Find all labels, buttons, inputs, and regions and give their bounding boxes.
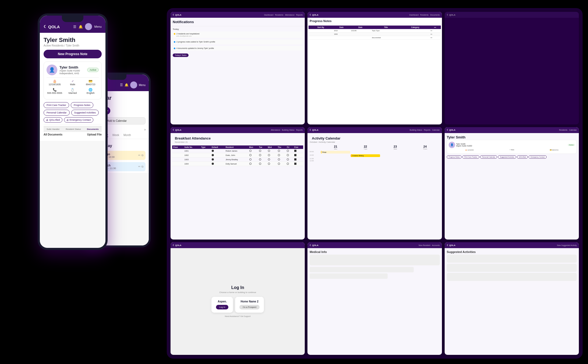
circle-0-tue	[259, 150, 261, 152]
header-icons: ☰ 🔔 Menu	[73, 23, 102, 30]
cal-hamburger-icon[interactable]: ☰	[120, 83, 123, 87]
filled-0	[212, 150, 214, 152]
new-progress-note-button[interactable]: New Progress Note	[44, 50, 102, 58]
status-badge: Active	[87, 68, 99, 72]
attendance-table: Floor Suite No. Type Default Resident Mo…	[172, 145, 303, 166]
tyler-sm-btn-3[interactable]: Suggested Activities	[498, 155, 516, 159]
today-tasks-button[interactable]: Today's Tasks	[173, 53, 189, 57]
phone-screen: ☾ QOLA ☰ 🔔 Menu Tyler Smith Active Resid…	[40, 16, 105, 248]
attend-cell-fri-2	[286, 157, 293, 162]
actcal-writing-event[interactable]: Creative Writing	[351, 154, 380, 157]
actcal-day-col-2: 23 Wed	[381, 145, 410, 150]
ph2-logo: ☾ QOLA	[310, 244, 318, 247]
cal-menu-label[interactable]: Menu	[139, 84, 146, 87]
bell-icon[interactable]: 🔔	[79, 25, 83, 29]
tyler-sm-row: 👤 Tyler Smith Aspen Suite #1000 Active	[449, 142, 575, 148]
prog-col-date1: Date	[333, 26, 350, 29]
resident-name: Tyler Smith	[44, 37, 102, 44]
tyler-sm-info: Tyler Smith Aspen Suite #1000	[456, 143, 472, 147]
prog-cell-1-3	[371, 33, 401, 36]
actcal-header: Activity Calendar October / Activity Cal…	[307, 133, 442, 145]
login-btn-0[interactable]: Log In	[216, 305, 228, 309]
phone-val: 555-555-5555	[47, 92, 63, 94]
prog-cell-2-5: •••	[429, 36, 441, 40]
notif-dot-blue-2	[174, 48, 175, 49]
upload-file-link[interactable]: Upload File	[87, 133, 102, 136]
prog-logo: ☾ QOLA	[310, 14, 318, 16]
tab-week[interactable]: Week	[112, 134, 119, 137]
login-btn-1[interactable]: I'm a Prospect	[239, 305, 260, 309]
notif-subtext-0: john.doe@gmail.com	[176, 35, 199, 37]
actcal-col-1-1100	[351, 158, 380, 159]
attend-col-free: Free	[293, 145, 303, 149]
action-buttons-row1: Print Care Tracker Progress Notes	[44, 102, 102, 108]
notif-dot-yellow	[174, 33, 175, 35]
actcal-time-grid: 09:00 Bingo 10:00 Creative Writing 11:00	[310, 151, 440, 162]
tyler-sm-btn-4[interactable]: QOLAfied	[517, 155, 528, 159]
circle-1-thu	[278, 154, 280, 156]
actcal-bingo-event[interactable]: Bingo	[321, 151, 350, 154]
prog-cell-2-4	[401, 36, 429, 40]
phone-item: 📞 555-555-5555	[47, 88, 63, 94]
nav-resident-status[interactable]: Resident Status	[66, 128, 81, 130]
activity-calendar-title: Activity Calendar	[310, 135, 440, 141]
resident-card: 👤 Tyler Smith Aspen Suite #1000 Independ…	[44, 62, 102, 99]
tyler-sm-btn-5[interactable]: Emergency Contact	[529, 155, 547, 159]
attend-topbar: ☾ QOLA Attendance Building Status Report…	[171, 127, 305, 133]
progress-notes-button[interactable]: Progress Notes	[71, 102, 93, 108]
actcal-col-2-1000	[381, 154, 410, 157]
copy-icon[interactable]: ⧉	[141, 154, 143, 157]
prog-cell-1-2	[350, 33, 371, 36]
cal-avatar[interactable]	[130, 81, 137, 88]
attend-cell-tue-2	[258, 157, 267, 162]
qolafied-button[interactable]: 🖨 QOLAfied	[44, 117, 62, 123]
phone-front: ☾ QOLA ☰ 🔔 Menu Tyler Smith Active Resid…	[38, 13, 108, 250]
edit2-icon[interactable]: ✏	[138, 165, 140, 168]
actcal-col-2-1200	[381, 160, 410, 162]
info-grid: 🎂 12/18/1935 ♂ Male 💳 8943723	[47, 79, 99, 86]
tyler-sm-btn-2[interactable]: Personal Calendar	[480, 155, 497, 159]
gender-icon: ♂	[65, 79, 81, 83]
tyler-sm-btn-1[interactable]: Print Care Tracker	[462, 155, 479, 159]
emergency-contact-button[interactable]: 🖨 Emergency Contact	[64, 117, 93, 123]
tyler-sm-btn-0[interactable]: Progress Notes	[447, 155, 462, 159]
ph2-nav-2: Accounts	[432, 244, 440, 246]
avatar[interactable]	[85, 23, 92, 30]
divider	[47, 77, 99, 78]
login-subtitle: Choose a home or building to continue	[211, 291, 264, 294]
tyler-sm-gender: ♂ Male	[491, 149, 532, 151]
edit-icon[interactable]: ✏	[138, 154, 140, 157]
resident-care: Independent, AHS	[59, 72, 80, 75]
actcal-col-3-1200	[410, 160, 440, 162]
attend-nav-1: Attendance	[271, 129, 280, 131]
menu-label[interactable]: Menu	[94, 25, 102, 28]
attendance-title: Breakfast Attendance	[173, 135, 303, 141]
notif-header: Notifications	[171, 18, 305, 26]
attend-cell-type-0	[200, 149, 211, 153]
nav-documents[interactable]: Documents	[87, 128, 99, 130]
print2-icon: 🖨	[66, 119, 69, 121]
nav-suite-handler[interactable]: Suite Handler	[47, 128, 59, 130]
hamburger-icon[interactable]: ☰	[73, 25, 76, 29]
copy2-icon[interactable]: ⧉	[141, 165, 143, 168]
actcal-time-1000: 10:00	[310, 154, 320, 157]
suggested-activities-button[interactable]: Suggested Activities	[71, 110, 99, 116]
cal-header-icons: ☰ 🔔 Menu	[120, 81, 146, 88]
prog-cell-0-4	[401, 29, 429, 33]
personal-calendar-button[interactable]: Personal Calendar	[44, 110, 70, 116]
circle-3-tue	[259, 163, 261, 165]
phone-back-notch	[108, 74, 126, 80]
print-care-tracker-button[interactable]: Print Care Tracker	[44, 102, 69, 108]
cal-bell-icon[interactable]: 🔔	[125, 83, 129, 87]
marital-item: 💍 Married	[65, 88, 81, 94]
moon-icon: ☾	[44, 24, 47, 29]
prog-col-title: Title	[371, 26, 401, 29]
circle-3-thu	[278, 163, 280, 165]
tab-month[interactable]: Month	[123, 134, 131, 137]
prog-nav-3: Documents	[430, 14, 440, 16]
prog-notes-header: Progress Notes	[307, 18, 442, 24]
nav-arrow[interactable]: ›	[144, 128, 146, 131]
attend-cell-free-2	[293, 157, 303, 162]
bottom-nav: Suite Handler Resident Status Documents	[44, 126, 102, 132]
actcal-day-name-0: Mon	[321, 148, 350, 150]
